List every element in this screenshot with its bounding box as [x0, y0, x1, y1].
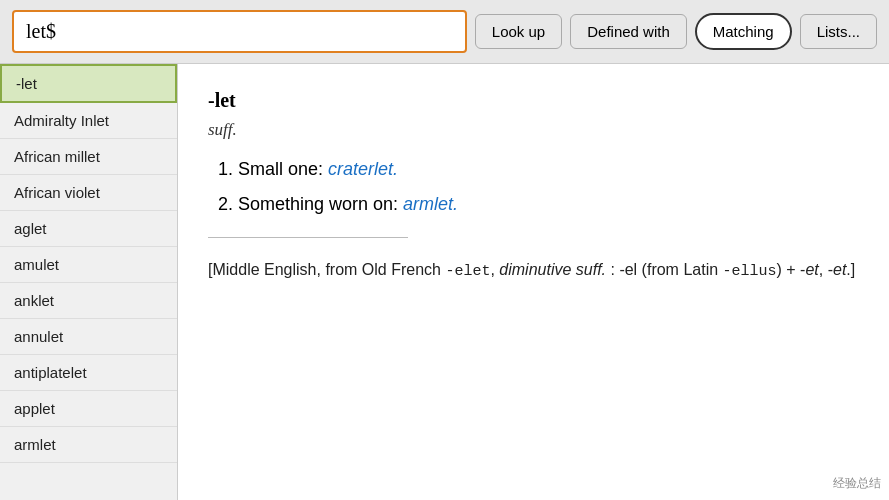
etymology-elet: -elet: [445, 263, 490, 280]
watermark: 经验总结: [833, 475, 881, 492]
section-divider: [208, 237, 408, 238]
sidebar-item-african-millet[interactable]: African millet: [0, 139, 177, 175]
sidebar-item-armlet[interactable]: armlet: [0, 427, 177, 463]
search-input[interactable]: let$: [12, 10, 467, 53]
matching-button[interactable]: Matching: [695, 13, 792, 50]
sidebar-item-applet[interactable]: applet: [0, 391, 177, 427]
definition-item-2: Something worn on: armlet.: [238, 190, 859, 219]
sidebar-item-let[interactable]: -let: [0, 64, 177, 103]
lookup-button[interactable]: Look up: [475, 14, 562, 49]
def-text-2: Something worn on:: [238, 194, 403, 214]
sidebar-item-annulet[interactable]: annulet: [0, 319, 177, 355]
def-text-1: Small one:: [238, 159, 328, 179]
entry-pos: suff.: [208, 116, 859, 143]
def-link-craterlet[interactable]: craterlet.: [328, 159, 398, 179]
definition-item-1: Small one: craterlet.: [238, 155, 859, 184]
entry-content: -let suff. Small one: craterlet. Somethi…: [178, 64, 889, 500]
sidebar-item-antiplatelet[interactable]: antiplatelet: [0, 355, 177, 391]
sidebar-item-african-violet[interactable]: African violet: [0, 175, 177, 211]
main-layout: -let Admiralty Inlet African millet Afri…: [0, 64, 889, 500]
etymology-text: [Middle English, from Old French -elet, …: [208, 256, 859, 285]
sidebar-item-admiralty-inlet[interactable]: Admiralty Inlet: [0, 103, 177, 139]
defined-with-button[interactable]: Defined with: [570, 14, 687, 49]
definition-list: Small one: craterlet. Something worn on:…: [238, 155, 859, 219]
def-link-armlet[interactable]: armlet.: [403, 194, 458, 214]
sidebar-item-anklet[interactable]: anklet: [0, 283, 177, 319]
lists-button[interactable]: Lists...: [800, 14, 877, 49]
sidebar-item-amulet[interactable]: amulet: [0, 247, 177, 283]
etymology-ellus: -ellus: [723, 263, 777, 280]
top-bar: let$ Look up Defined with Matching Lists…: [0, 0, 889, 64]
sidebar-item-aglet[interactable]: aglet: [0, 211, 177, 247]
entry-headword: -let: [208, 84, 859, 116]
sidebar: -let Admiralty Inlet African millet Afri…: [0, 64, 178, 500]
